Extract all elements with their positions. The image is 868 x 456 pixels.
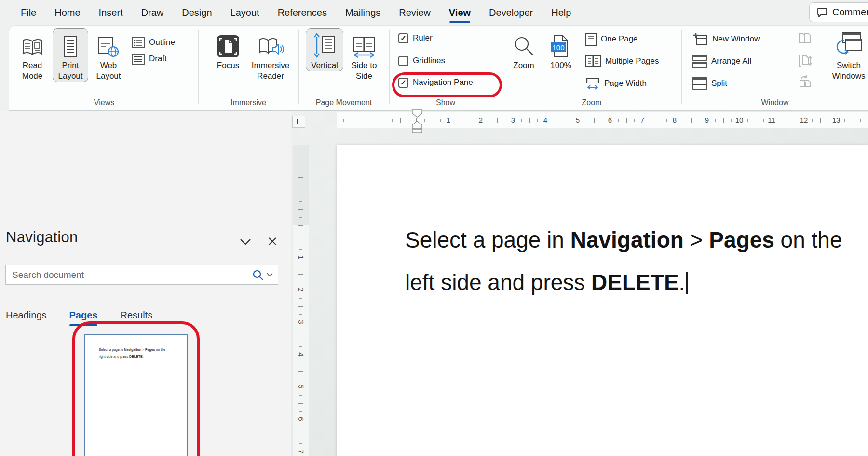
ruler-tick (298, 193, 303, 193)
zoom-button[interactable]: Zoom (507, 28, 541, 71)
ruler-number: 12 (800, 116, 808, 124)
ruler-tick (465, 118, 465, 123)
read-mode-label: Read Mode (16, 60, 48, 82)
tab-results[interactable]: Results (120, 310, 152, 321)
tab-pages[interactable]: Pages (69, 310, 98, 321)
page-movement-group-label: Page Movement (298, 98, 389, 107)
multiple-pages-button[interactable]: Multiple Pages (585, 54, 659, 69)
ruler-number: 2 (476, 116, 485, 124)
ruler-tick (763, 119, 764, 122)
search-options-chevron-icon[interactable] (267, 273, 273, 277)
group-separator (298, 30, 299, 104)
ruler-tick (360, 119, 360, 122)
tab-layout[interactable]: Layout (221, 0, 269, 25)
new-window-button[interactable]: New Window (692, 32, 760, 46)
gridlines-checkbox[interactable] (398, 56, 408, 66)
zoom-100-icon: 100 (544, 31, 578, 58)
show-group-label: Show (389, 98, 502, 107)
ruler-tick (683, 119, 683, 122)
ruler-tick (562, 118, 562, 123)
ruler-number: 2 (297, 286, 305, 294)
focus-button[interactable]: Focus (211, 28, 245, 71)
search-input[interactable]: Search document (5, 265, 278, 285)
ruler-tick (299, 314, 302, 315)
document-text[interactable]: Select a page in Navigation > Pages on t… (405, 219, 849, 304)
group-separator (787, 30, 787, 104)
ruler-tick (384, 118, 384, 123)
gridlines-toggle[interactable]: Gridlines (398, 54, 445, 68)
ruler-tick (424, 119, 425, 122)
tab-review[interactable]: Review (390, 0, 440, 25)
zoom-100-button[interactable]: 100 100% (543, 28, 578, 71)
tab-draw[interactable]: Draw (132, 0, 173, 25)
tab-help[interactable]: Help (542, 0, 580, 25)
tab-file[interactable]: File (12, 0, 45, 25)
ruler-toggle[interactable]: Ruler (398, 31, 433, 45)
ruler-tick (812, 119, 813, 122)
ruler-tick (844, 119, 845, 122)
ruler-tick (586, 119, 586, 122)
ruler-tick (299, 234, 302, 234)
group-separator (389, 30, 390, 104)
indent-markers[interactable] (411, 109, 423, 133)
close-icon[interactable] (266, 235, 279, 248)
navigation-pane: Navigation Search document Hea (0, 111, 291, 456)
ruler-tick (299, 346, 302, 347)
ruler-tick (299, 185, 302, 185)
arrange-all-button[interactable]: Arrange All (692, 54, 751, 69)
ruler-tick (788, 118, 788, 123)
outline-icon (132, 37, 145, 48)
tab-mailings[interactable]: Mailings (336, 0, 390, 25)
switch-windows-icon (829, 31, 868, 58)
chevron-down-icon[interactable] (239, 235, 252, 248)
tab-insert[interactable]: Insert (90, 0, 132, 25)
ruler-tick (298, 403, 303, 404)
ruler-tick (299, 363, 302, 363)
tab-stop-selector[interactable]: L (292, 116, 305, 128)
comments-button[interactable]: Comments (809, 2, 868, 22)
ruler-tick (392, 119, 393, 122)
ruler-tick (699, 119, 699, 122)
ruler-number: 5 (573, 116, 582, 124)
ruler-tick (299, 266, 302, 266)
web-layout-button[interactable]: Web Layout (91, 28, 126, 82)
read-mode-button[interactable]: Read Mode (16, 28, 49, 82)
search-icon[interactable] (252, 269, 264, 281)
tab-view[interactable]: View (440, 0, 480, 25)
ruler-tick (298, 177, 303, 178)
views-group-label: Views (15, 98, 193, 107)
zoom-100-badge: 100 (551, 42, 566, 52)
tab-home[interactable]: Home (45, 0, 89, 25)
draft-button[interactable]: Draft (132, 52, 167, 66)
ruler-tick (828, 119, 828, 122)
vertical-ruler[interactable]: 1234567 (293, 145, 309, 456)
new-window-label: New Window (712, 34, 760, 44)
split-button[interactable]: Split (692, 76, 727, 91)
vertical-label: Vertical (306, 60, 343, 71)
ruler-tick (298, 339, 303, 339)
one-page-button[interactable]: One Page (585, 32, 638, 46)
red-annotation-circle-navigation-pane (392, 72, 502, 97)
tab-design[interactable]: Design (173, 0, 221, 25)
ruler-number: 8 (670, 116, 679, 124)
immersive-reader-button[interactable]: Immersive Reader (247, 28, 294, 82)
ruler-tick (298, 436, 303, 436)
ruler-tick (299, 298, 302, 299)
ruler-number: 5 (297, 383, 305, 391)
page-width-icon (585, 77, 600, 90)
tab-references[interactable]: References (269, 0, 336, 25)
reset-window-position-icon-disabled (794, 75, 815, 88)
ruler-checkbox[interactable] (398, 33, 408, 43)
side-to-side-button[interactable]: Side to Side (346, 28, 382, 82)
horizontal-ruler[interactable]: 12345678910111213 (310, 112, 868, 128)
text-cursor (686, 272, 688, 294)
switch-windows-button[interactable]: Switch Windows (829, 28, 868, 82)
arrange-all-icon (692, 55, 707, 68)
page-width-button[interactable]: Page Width (585, 76, 647, 91)
tab-headings[interactable]: Headings (6, 310, 47, 321)
vertical-button[interactable]: Vertical (306, 28, 343, 71)
print-layout-button[interactable]: Print Layout (53, 28, 88, 82)
outline-button[interactable]: Outline (132, 35, 175, 50)
tab-developer[interactable]: Developer (480, 0, 542, 25)
ruler-tick (570, 119, 570, 122)
